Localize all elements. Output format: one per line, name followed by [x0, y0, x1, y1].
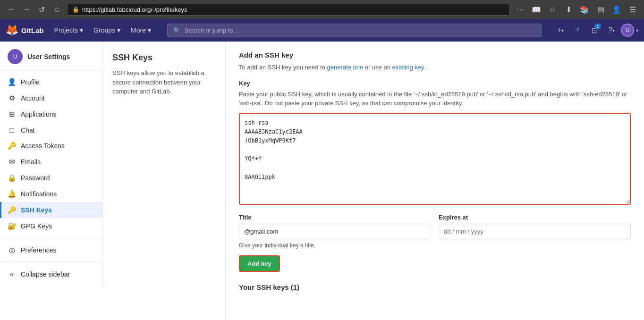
groups-chevron-icon: ▾	[117, 26, 120, 34]
issues-button[interactable]: ⊡ 1	[587, 23, 602, 38]
sidebar-item-notifications[interactable]: 🔔 Notifications	[0, 186, 102, 202]
ssh-keys-icon: 🔑	[8, 206, 16, 214]
title-field-label: Title	[239, 214, 431, 221]
notifications-icon: 🔔	[8, 190, 16, 198]
issues-badge: 1	[594, 24, 601, 29]
form-row: Title Expires at	[239, 214, 631, 239]
sidebar-item-label-chat: Chat	[21, 126, 35, 134]
your-keys-title: Your SSH keys (1)	[239, 283, 631, 291]
lock-icon: 🔒	[72, 6, 79, 13]
key-textarea[interactable]: ssh-rsa AAAAB3NzaC1yc2EAA )ObB1yxMqWP9Kt…	[239, 113, 631, 205]
sidebar-item-preferences[interactable]: ◎ Preferences	[0, 242, 102, 258]
add-desc-prefix: To add an SSH key you need to	[239, 64, 327, 71]
search-icon: 🔍	[173, 27, 181, 34]
add-ssh-description: To add an SSH key you need to generate o…	[239, 63, 631, 72]
sidebar-nav: 👤 Profile ⚙ Account ⊞ Applications □ Cha…	[0, 70, 102, 286]
header-icons: + ▾ ⑂ ⊡ 1 ? ▾ U ▾	[553, 23, 638, 38]
sidebar-item-emails[interactable]: ✉ Emails	[0, 154, 102, 170]
sidebar-item-access-tokens[interactable]: 🔑 Access Tokens	[0, 138, 102, 154]
generate-one-link[interactable]: generate one	[327, 64, 363, 71]
hint-text: Give your individual key a title.	[239, 242, 631, 249]
sidebar-item-label-applications: Applications	[21, 110, 57, 118]
back-button[interactable]: ←	[5, 3, 18, 16]
left-panel: SSH Keys SSH keys allow you to establish…	[103, 42, 226, 320]
sidebar-divider-2	[0, 262, 102, 262]
gitlab-wordmark: GitLab	[21, 26, 44, 34]
merge-icon: ⑂	[575, 26, 580, 34]
forward-button[interactable]: →	[20, 3, 33, 16]
title-input[interactable]	[239, 224, 431, 239]
add-key-button[interactable]: Add key	[239, 255, 280, 272]
sidebar-item-label-gpg-keys: GPG Keys	[21, 222, 52, 230]
user-settings-label: User Settings	[27, 53, 70, 60]
help-button[interactable]: ? ▾	[604, 23, 619, 38]
expires-input[interactable]	[439, 224, 631, 239]
collapse-sidebar-button[interactable]: « Collapse sidebar	[0, 266, 102, 282]
download-button[interactable]: ⬇	[562, 3, 575, 16]
existing-key-link[interactable]: existing key	[392, 64, 424, 71]
refresh-button[interactable]: ↺	[35, 3, 48, 16]
avatar-chevron-icon: ▾	[636, 28, 638, 33]
sidebar-item-label-account: Account	[21, 94, 45, 102]
sidebar: U User Settings 👤 Profile ⚙ Account ⊞ Ap…	[0, 42, 103, 286]
collapse-icon: «	[8, 270, 16, 278]
groups-label: Groups	[93, 26, 115, 34]
more-nav[interactable]: More ▾	[126, 25, 156, 36]
gitlab-fox-icon: 🦊	[6, 24, 18, 36]
projects-chevron-icon: ▾	[80, 26, 83, 34]
sidebar-item-applications[interactable]: ⊞ Applications	[0, 106, 102, 122]
sidebar-item-gpg-keys[interactable]: 🔐 GPG Keys	[0, 218, 102, 234]
sidebar-item-profile[interactable]: 👤 Profile	[0, 74, 102, 90]
sidebar-item-label-profile: Profile	[21, 78, 40, 86]
password-icon: 🔒	[8, 174, 16, 182]
browser-chrome: ← → ↺ ⌂ 🔒 https://gitlab.fabcloud.org/-/…	[0, 0, 644, 19]
right-panel: Add an SSH key To add an SSH key you nee…	[226, 42, 644, 320]
bookmarks-list-button[interactable]: 📚	[578, 3, 591, 16]
sidebar-wrapper: U User Settings 👤 Profile ⚙ Account ⊞ Ap…	[0, 42, 103, 320]
address-bar[interactable]: 🔒 https://gitlab.fabcloud.org/-/profile/…	[67, 4, 510, 16]
sidebar-item-label-emails: Emails	[21, 158, 41, 166]
sidebar-divider	[0, 238, 102, 238]
menu-button[interactable]: ☰	[626, 3, 639, 16]
home-button[interactable]: ⌂	[50, 3, 63, 16]
plus-chevron-icon: ▾	[561, 28, 564, 33]
browser-actions: ⋯ 📖 ☆ ⬇ 📚 ▤ 👤 ☰	[514, 3, 639, 16]
avatar-initial: U	[13, 53, 17, 60]
extensions-button[interactable]: ⋯	[514, 3, 527, 16]
sidebar-item-label-access-tokens: Access Tokens	[21, 142, 65, 150]
preferences-icon: ◎	[8, 246, 16, 254]
profile-icon: 👤	[8, 78, 16, 86]
merge-requests-button[interactable]: ⑂	[570, 23, 585, 38]
pocket-button[interactable]: 📖	[530, 3, 543, 16]
section-title: SSH Keys	[112, 53, 216, 63]
sidebar-button[interactable]: ▤	[594, 3, 607, 16]
gitlab-header: 🦊 GitLab Projects ▾ Groups ▾ More ▾ 🔍 Se…	[0, 19, 644, 42]
more-chevron-icon: ▾	[148, 26, 151, 34]
sidebar-item-ssh-keys[interactable]: 🔑 SSH Keys	[0, 202, 102, 218]
groups-nav[interactable]: Groups ▾	[89, 25, 125, 36]
user-avatar-small: U	[8, 49, 23, 64]
sidebar-item-password[interactable]: 🔒 Password	[0, 170, 102, 186]
sidebar-item-label-notifications: Notifications	[21, 190, 57, 198]
add-ssh-title: Add an SSH key	[239, 51, 631, 59]
gpg-keys-icon: 🔐	[8, 222, 16, 230]
content-area: SSH Keys SSH keys allow you to establish…	[103, 42, 644, 320]
profile-button[interactable]: 👤	[610, 3, 623, 16]
account-icon: ⚙	[8, 94, 16, 102]
user-settings-header: U User Settings	[0, 42, 102, 70]
projects-nav[interactable]: Projects ▾	[50, 25, 88, 36]
user-avatar-header[interactable]: U	[621, 24, 634, 37]
nav-buttons: ← → ↺ ⌂	[5, 3, 63, 16]
sidebar-item-label-ssh-keys: SSH Keys	[21, 206, 52, 214]
header-search[interactable]: 🔍 Search or jump to...	[167, 24, 542, 37]
bookmark-button[interactable]: ☆	[546, 3, 559, 16]
section-description: SSH keys allow you to establish a secure…	[112, 68, 216, 96]
search-placeholder: Search or jump to...	[185, 27, 238, 34]
sidebar-item-account[interactable]: ⚙ Account	[0, 90, 102, 106]
sidebar-item-chat[interactable]: □ Chat	[0, 122, 102, 138]
create-button[interactable]: + ▾	[553, 23, 568, 38]
projects-label: Projects	[54, 26, 78, 34]
applications-icon: ⊞	[8, 110, 16, 118]
gitlab-logo[interactable]: 🦊 GitLab	[6, 24, 44, 36]
help-chevron-icon: ▾	[612, 28, 615, 33]
